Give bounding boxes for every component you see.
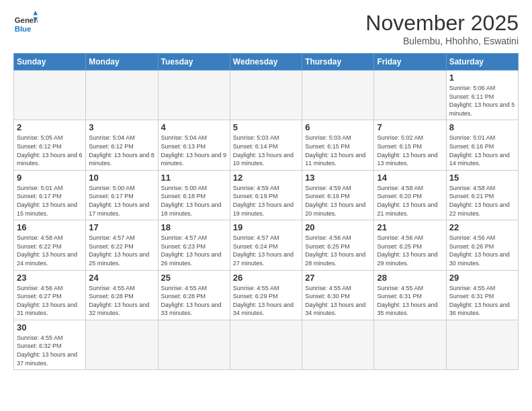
day-info: Sunrise: 5:05 AM Sunset: 6:12 PM Dayligh…: [17, 134, 83, 167]
day-info: Sunrise: 4:58 AM Sunset: 6:22 PM Dayligh…: [17, 234, 83, 267]
week-row-4: 16Sunrise: 4:58 AM Sunset: 6:22 PM Dayli…: [14, 220, 519, 270]
day-cell: [158, 71, 230, 120]
week-row-6: 30Sunrise: 4:55 AM Sunset: 6:32 PM Dayli…: [14, 320, 519, 369]
title-block: November 2025 Bulembu, Hhohho, Eswatini: [365, 11, 519, 46]
svg-text:Blue: Blue: [15, 25, 32, 33]
day-number: 4: [161, 122, 227, 132]
svg-text:General: General: [15, 16, 38, 24]
day-number: 13: [305, 173, 371, 183]
day-info: Sunrise: 4:55 AM Sunset: 6:31 PM Dayligh…: [449, 284, 515, 318]
day-info: Sunrise: 4:55 AM Sunset: 6:31 PM Dayligh…: [377, 284, 443, 318]
day-cell: [302, 71, 374, 120]
day-cell: 1Sunrise: 5:06 AM Sunset: 6:11 PM Daylig…: [446, 71, 518, 120]
day-number: 1: [449, 73, 515, 83]
weekday-header-row: SundayMondayTuesdayWednesdayThursdayFrid…: [14, 54, 519, 71]
weekday-header-thursday: Thursday: [302, 54, 374, 71]
day-number: 22: [449, 222, 515, 232]
day-number: 7: [377, 122, 443, 132]
day-info: Sunrise: 4:57 AM Sunset: 6:24 PM Dayligh…: [233, 234, 299, 267]
day-number: 2: [17, 122, 83, 132]
day-cell: 13Sunrise: 4:59 AM Sunset: 6:19 PM Dayli…: [302, 170, 374, 220]
day-number: 24: [89, 273, 154, 283]
day-number: 16: [17, 222, 83, 232]
calendar-title: November 2025: [365, 11, 519, 36]
day-number: 28: [377, 273, 443, 283]
day-info: Sunrise: 4:55 AM Sunset: 6:28 PM Dayligh…: [161, 284, 227, 318]
day-number: 8: [449, 122, 515, 132]
weekday-header-monday: Monday: [86, 54, 158, 71]
day-info: Sunrise: 4:58 AM Sunset: 6:21 PM Dayligh…: [449, 184, 515, 218]
day-cell: 19Sunrise: 4:57 AM Sunset: 6:24 PM Dayli…: [230, 220, 302, 270]
day-number: 12: [233, 173, 299, 183]
day-cell: 16Sunrise: 4:58 AM Sunset: 6:22 PM Dayli…: [14, 220, 86, 270]
day-info: Sunrise: 5:06 AM Sunset: 6:11 PM Dayligh…: [449, 84, 515, 118]
header: General Blue November 2025 Bulembu, Hhoh…: [13, 11, 519, 46]
weekday-header-saturday: Saturday: [446, 54, 518, 71]
day-info: Sunrise: 4:56 AM Sunset: 6:25 PM Dayligh…: [305, 234, 371, 267]
day-info: Sunrise: 4:59 AM Sunset: 6:19 PM Dayligh…: [233, 184, 299, 218]
day-cell: [86, 320, 158, 369]
day-info: Sunrise: 4:56 AM Sunset: 6:27 PM Dayligh…: [17, 284, 83, 318]
day-info: Sunrise: 4:57 AM Sunset: 6:23 PM Dayligh…: [161, 234, 227, 267]
day-number: 20: [305, 222, 371, 232]
day-cell: [14, 71, 86, 120]
weekday-header-tuesday: Tuesday: [158, 54, 230, 71]
logo: General Blue: [13, 11, 38, 35]
day-cell: [230, 71, 302, 120]
day-cell: 29Sunrise: 4:55 AM Sunset: 6:31 PM Dayli…: [446, 270, 518, 320]
svg-marker-2: [33, 11, 38, 15]
day-info: Sunrise: 5:00 AM Sunset: 6:18 PM Dayligh…: [161, 184, 227, 218]
weekday-header-wednesday: Wednesday: [230, 54, 302, 71]
day-info: Sunrise: 5:04 AM Sunset: 6:13 PM Dayligh…: [161, 134, 227, 167]
weekday-header-sunday: Sunday: [14, 54, 86, 71]
day-cell: 3Sunrise: 5:04 AM Sunset: 6:12 PM Daylig…: [86, 120, 158, 170]
day-cell: 18Sunrise: 4:57 AM Sunset: 6:23 PM Dayli…: [158, 220, 230, 270]
day-number: 27: [305, 273, 371, 283]
day-info: Sunrise: 5:01 AM Sunset: 6:16 PM Dayligh…: [449, 134, 515, 167]
day-cell: 23Sunrise: 4:56 AM Sunset: 6:27 PM Dayli…: [14, 270, 86, 320]
day-cell: [374, 71, 446, 120]
day-cell: 12Sunrise: 4:59 AM Sunset: 6:19 PM Dayli…: [230, 170, 302, 220]
day-number: 30: [17, 322, 83, 332]
day-cell: 6Sunrise: 5:03 AM Sunset: 6:15 PM Daylig…: [302, 120, 374, 170]
day-number: 11: [161, 173, 227, 183]
day-cell: 4Sunrise: 5:04 AM Sunset: 6:13 PM Daylig…: [158, 120, 230, 170]
day-info: Sunrise: 4:56 AM Sunset: 6:25 PM Dayligh…: [377, 234, 443, 267]
calendar-subtitle: Bulembu, Hhohho, Eswatini: [365, 36, 519, 46]
day-cell: [86, 71, 158, 120]
day-number: 17: [89, 222, 154, 232]
day-info: Sunrise: 4:56 AM Sunset: 6:26 PM Dayligh…: [449, 234, 515, 267]
day-number: 21: [377, 222, 443, 232]
day-info: Sunrise: 4:55 AM Sunset: 6:28 PM Dayligh…: [89, 284, 154, 318]
day-cell: [374, 320, 446, 369]
day-cell: 7Sunrise: 5:02 AM Sunset: 6:15 PM Daylig…: [374, 120, 446, 170]
day-number: 10: [89, 173, 154, 183]
day-cell: 11Sunrise: 5:00 AM Sunset: 6:18 PM Dayli…: [158, 170, 230, 220]
day-cell: 25Sunrise: 4:55 AM Sunset: 6:28 PM Dayli…: [158, 270, 230, 320]
day-info: Sunrise: 4:58 AM Sunset: 6:20 PM Dayligh…: [377, 184, 443, 218]
day-cell: 21Sunrise: 4:56 AM Sunset: 6:25 PM Dayli…: [374, 220, 446, 270]
day-info: Sunrise: 4:59 AM Sunset: 6:19 PM Dayligh…: [305, 184, 371, 218]
day-number: 9: [17, 173, 83, 183]
day-number: 18: [161, 222, 227, 232]
day-number: 19: [233, 222, 299, 232]
day-number: 14: [377, 173, 443, 183]
week-row-3: 9Sunrise: 5:01 AM Sunset: 6:17 PM Daylig…: [14, 170, 519, 220]
day-cell: 5Sunrise: 5:03 AM Sunset: 6:14 PM Daylig…: [230, 120, 302, 170]
day-number: 15: [449, 173, 515, 183]
day-info: Sunrise: 4:55 AM Sunset: 6:30 PM Dayligh…: [305, 284, 371, 318]
day-info: Sunrise: 5:03 AM Sunset: 6:15 PM Dayligh…: [305, 134, 371, 167]
day-cell: 27Sunrise: 4:55 AM Sunset: 6:30 PM Dayli…: [302, 270, 374, 320]
day-number: 26: [233, 273, 299, 283]
day-cell: 28Sunrise: 4:55 AM Sunset: 6:31 PM Dayli…: [374, 270, 446, 320]
day-cell: [230, 320, 302, 369]
day-cell: 30Sunrise: 4:55 AM Sunset: 6:32 PM Dayli…: [14, 320, 86, 369]
day-cell: 17Sunrise: 4:57 AM Sunset: 6:22 PM Dayli…: [86, 220, 158, 270]
day-cell: [446, 320, 518, 369]
day-cell: 14Sunrise: 4:58 AM Sunset: 6:20 PM Dayli…: [374, 170, 446, 220]
week-row-5: 23Sunrise: 4:56 AM Sunset: 6:27 PM Dayli…: [14, 270, 519, 320]
day-cell: 26Sunrise: 4:55 AM Sunset: 6:29 PM Dayli…: [230, 270, 302, 320]
day-cell: 9Sunrise: 5:01 AM Sunset: 6:17 PM Daylig…: [14, 170, 86, 220]
day-info: Sunrise: 5:02 AM Sunset: 6:15 PM Dayligh…: [377, 134, 443, 167]
calendar-table: SundayMondayTuesdayWednesdayThursdayFrid…: [13, 53, 519, 370]
